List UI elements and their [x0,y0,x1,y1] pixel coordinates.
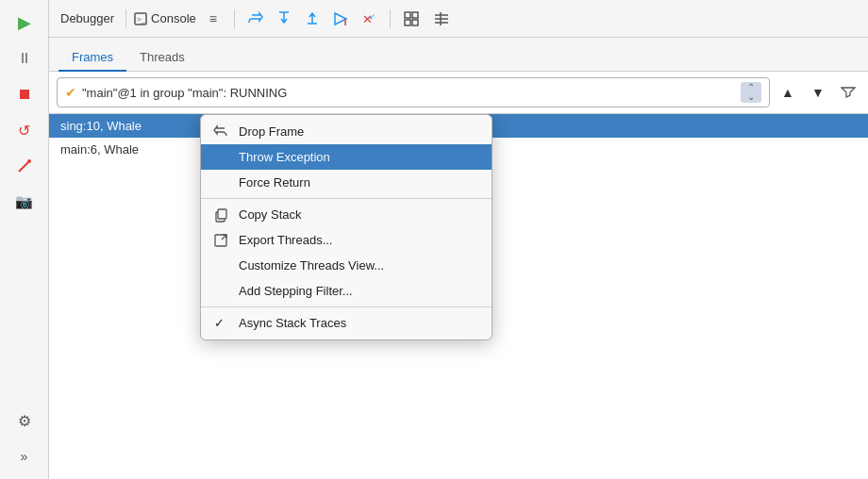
svg-rect-12 [412,20,418,25]
menu-item-drop-frame[interactable]: Drop Frame [201,119,492,144]
copy-stack-icon [212,206,229,223]
frame-list: sing:10, Whale main:6, Whale Drop Frame … [49,114,868,479]
filter-button[interactable] [836,80,860,105]
svg-line-0 [19,162,28,172]
more-icon[interactable]: » [8,439,42,473]
thread-down-button[interactable]: ▼ [806,80,830,105]
toolbar-separator-3 [390,9,391,28]
stop-icon[interactable]: ⏹ [8,77,42,111]
console-icon: >_ [134,12,147,25]
svg-rect-11 [405,20,410,25]
frame-item-1-text: sing:10, Whale [60,119,142,133]
layout-icon [433,10,450,27]
drop-frame-icon [212,124,229,140]
toolbar-separator-1 [125,9,126,28]
pause-icon[interactable]: ⏸ [8,41,42,75]
frames-view-icon [403,10,420,27]
menu-item-throw-exception-label: Throw Exception [239,150,330,164]
svg-text:>_: >_ [137,15,146,24]
thread-check-icon: ✔ [65,85,76,100]
export-threads-icon [212,232,229,249]
menu-item-async-stack-traces[interactable]: ✓ Async Stack Traces [201,310,492,336]
menu-button[interactable]: ≡ [200,6,226,32]
settings-icon[interactable]: ⚙ [8,404,42,438]
async-stack-traces-check-icon: ✓ [214,316,225,330]
frame-item-2-text: main:6, Whale [60,142,139,157]
context-menu: Drop Frame Throw Exception Force Return … [200,114,492,340]
console-label: Console [151,11,196,25]
eval-icon: ✕ ↙ [360,10,377,27]
tab-bar: Frames Threads [49,38,868,72]
menu-item-copy-stack-label: Copy Stack [239,207,301,222]
step-into-button[interactable] [271,6,297,32]
menu-item-async-stack-traces-label: Async Stack Traces [239,316,346,330]
step-out-button[interactable] [299,6,326,32]
tab-frames[interactable]: Frames [58,44,126,72]
run-to-cursor-button[interactable] [327,6,354,32]
svg-point-1 [27,159,31,163]
eval-expression-button[interactable]: ✕ ↙ [356,6,382,32]
menu-item-copy-stack[interactable]: Copy Stack [201,202,492,227]
menu-item-export-threads-label: Export Threads... [239,233,332,247]
thread-dropdown[interactable]: ✔ "main"@1 in group "main": RUNNING ⌃ ⌄ [57,77,770,107]
menu-item-force-return-label: Force Return [239,175,310,190]
svg-rect-10 [412,12,418,18]
thread-selector-row: ✔ "main"@1 in group "main": RUNNING ⌃ ⌄ … [49,72,868,114]
step-over-button[interactable] [242,6,269,32]
toolbar: Debugger >_ Console ≡ [49,0,868,38]
dropdown-arrow-icon: ⌃ ⌄ [741,82,761,103]
run-to-cursor-icon [332,10,349,27]
tab-threads[interactable]: Threads [126,44,198,72]
layout-button[interactable] [428,6,455,32]
menu-item-throw-exception[interactable]: Throw Exception [201,144,492,170]
debug-controls: ✕ ↙ [242,6,382,32]
filter-icon [841,85,856,100]
sidebar: ▶ ⏸ ⏹ ↺ 📷 ⚙ » [0,0,49,479]
paint-icon[interactable] [8,149,42,183]
menu-item-export-threads[interactable]: Export Threads... [201,227,492,253]
frames-view-button[interactable] [398,6,425,32]
menu-separator-2 [201,306,492,307]
svg-line-20 [222,235,226,240]
menu-item-drop-frame-label: Drop Frame [239,124,304,139]
menu-item-force-return[interactable]: Force Return [201,170,492,195]
menu-item-customize-threads-label: Customize Threads View... [239,258,384,273]
svg-text:↙: ↙ [369,12,376,21]
toolbar-separator-2 [234,9,235,28]
svg-rect-9 [405,12,410,18]
menu-separator-1 [201,198,492,199]
step-out-icon [304,10,321,27]
menu-item-add-stepping-filter-label: Add Stepping Filter... [239,284,353,298]
resume-icon[interactable]: ▶ [8,6,42,40]
console-tab[interactable]: >_ Console [134,11,196,25]
menu-item-customize-threads[interactable]: Customize Threads View... [201,253,492,278]
main-panel: Debugger >_ Console ≡ [49,0,868,479]
svg-rect-18 [218,209,226,219]
rerun-icon[interactable]: ↺ [8,113,42,147]
thread-text: "main"@1 in group "main": RUNNING [82,86,735,100]
thread-up-button[interactable]: ▲ [776,80,800,105]
debugger-label: Debugger [57,11,118,25]
step-into-icon [275,10,292,27]
camera-icon[interactable]: 📷 [8,185,42,219]
menu-item-add-stepping-filter[interactable]: Add Stepping Filter... [201,278,492,304]
step-over-icon [247,10,264,27]
